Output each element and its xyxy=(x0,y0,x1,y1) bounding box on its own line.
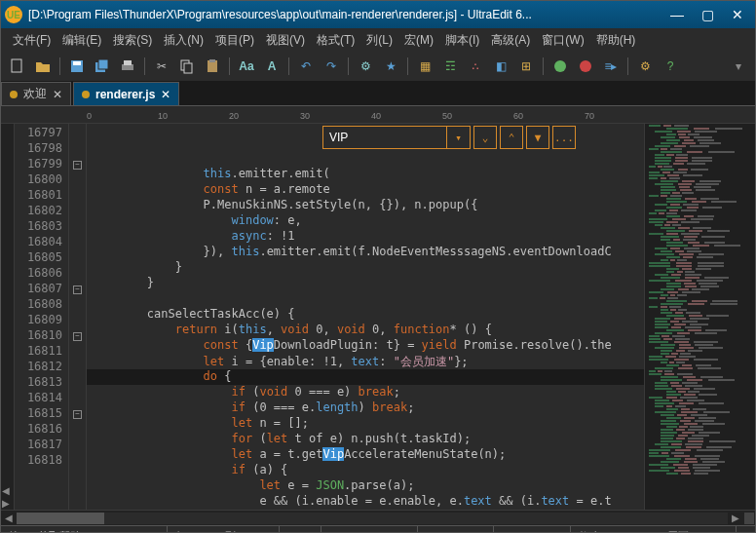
scroll-left-icon[interactable]: ◀ xyxy=(1,484,14,497)
menu-item[interactable]: 帮助(H) xyxy=(590,30,642,51)
search-input[interactable] xyxy=(322,126,447,149)
search-prev-icon[interactable]: ⌃ xyxy=(500,126,523,149)
open-file-icon[interactable] xyxy=(32,56,54,77)
undo-icon[interactable]: ↶ xyxy=(295,56,317,77)
tab-renderer[interactable]: renderer.js ✕ xyxy=(73,82,179,105)
search-dropdown-icon[interactable]: ▾ xyxy=(447,126,471,149)
code-line[interactable] xyxy=(87,291,644,307)
code-area[interactable]: ▾ ⌄ ⌃ ▼ ... this.emitter.emit( const n =… xyxy=(87,124,644,510)
code-line[interactable]: let a = t.getVipAccelerateMenuState(n); xyxy=(87,447,644,463)
search-filter-icon[interactable]: ▼ xyxy=(526,126,549,149)
tab-close-icon[interactable]: ✕ xyxy=(161,88,170,101)
titlebar: UE [D:\Program Files\ThunderX\Program\re… xyxy=(1,1,755,28)
code-line[interactable]: for (let t of e) n.push(t.taskId); xyxy=(87,432,644,447)
menu-item[interactable]: 搜索(S) xyxy=(107,30,158,51)
fold-marker xyxy=(69,126,86,141)
toggle-a-icon[interactable]: Aa xyxy=(236,56,257,77)
search-next-icon[interactable]: ⌄ xyxy=(473,126,497,149)
save-icon[interactable] xyxy=(66,56,88,77)
code-line[interactable]: const {VipDownloadPlugin: t} = yield Pro… xyxy=(87,338,644,354)
fold-marker[interactable]: − xyxy=(69,282,86,297)
play-icon[interactable]: ≡▸ xyxy=(600,56,622,77)
paste-icon[interactable] xyxy=(202,56,223,77)
menu-item[interactable]: 列(L) xyxy=(360,30,398,51)
code-line[interactable]: P.MenuSkinNS.setStyle(n, {}), n.popup({ xyxy=(87,198,644,213)
scroll-left-icon[interactable]: ◀ xyxy=(1,513,17,523)
code-line[interactable]: let n = []; xyxy=(87,416,644,432)
tool-1-icon[interactable]: ▦ xyxy=(414,56,435,77)
new-file-icon[interactable] xyxy=(7,56,28,77)
cut-icon[interactable]: ✂ xyxy=(151,56,172,77)
tab-close-icon[interactable]: ✕ xyxy=(53,88,62,101)
toggle-b-icon[interactable]: A xyxy=(261,56,283,77)
record-icon[interactable] xyxy=(575,56,596,77)
code-line[interactable]: } xyxy=(87,276,644,291)
scroll-thumb[interactable] xyxy=(17,513,104,524)
code-line[interactable]: if (a) { xyxy=(87,463,644,478)
search-more-icon[interactable]: ... xyxy=(552,126,576,149)
menu-item[interactable]: 视图(V) xyxy=(260,30,311,51)
menu-item[interactable]: 窗口(W) xyxy=(536,30,589,51)
bookmark-icon[interactable]: ★ xyxy=(380,56,401,77)
fold-marker[interactable]: − xyxy=(69,157,86,172)
config-icon[interactable]: ⚙ xyxy=(355,56,376,77)
status-resize-grip[interactable]: ⋰ xyxy=(737,526,755,533)
menu-item[interactable]: 脚本(I) xyxy=(439,30,485,51)
code-line[interactable]: canSelectTaskAcc(e) { xyxy=(87,307,644,323)
tool-4-icon[interactable]: ◧ xyxy=(490,56,511,77)
code-line[interactable]: window: e, xyxy=(87,213,644,229)
tool-3-icon[interactable]: ⛬ xyxy=(465,56,486,77)
print-icon[interactable] xyxy=(117,56,138,77)
menu-item[interactable]: 宏(M) xyxy=(398,30,439,51)
fold-marker[interactable]: − xyxy=(69,328,86,344)
scroll-right-icon[interactable]: ▶ xyxy=(1,497,14,510)
maximize-button[interactable]: ▢ xyxy=(701,7,714,22)
redo-icon[interactable]: ↷ xyxy=(321,56,342,77)
code-line[interactable]: async: !1 xyxy=(87,229,644,245)
fold-marker xyxy=(69,188,86,204)
line-number: 16816 xyxy=(15,422,68,438)
status-eol[interactable]: UNIX xyxy=(280,526,321,533)
run-icon[interactable] xyxy=(549,56,571,77)
menu-item[interactable]: 项目(P) xyxy=(209,30,260,51)
code-line[interactable]: let i = {enable: !1, text: "会员加速"}; xyxy=(87,354,644,369)
code-line[interactable]: if (0 === e.length) break; xyxy=(87,400,644,416)
code-line[interactable]: }), this.emitter.emit(f.NodeEventMesssag… xyxy=(87,245,644,260)
code-line[interactable]: e && (i.enable = e.enable, e.text && (i.… xyxy=(87,494,644,510)
tab-welcome[interactable]: 欢迎 ✕ xyxy=(1,82,71,105)
status-encoding[interactable]: 65001 (UTF-8)▼ xyxy=(321,526,418,533)
code-line[interactable]: this.emitter.emit( xyxy=(87,167,644,182)
status-help: 按 F1 获取帮助 xyxy=(1,526,168,533)
code-line[interactable]: return i(this, void 0, void 0, function*… xyxy=(87,323,644,338)
toolbar-overflow-icon[interactable]: ▾ xyxy=(728,56,749,77)
code-line[interactable]: } xyxy=(87,260,644,276)
tool-5-icon[interactable]: ⊞ xyxy=(515,56,537,77)
code-line[interactable]: let e = JSON.parse(a); xyxy=(87,478,644,494)
svg-rect-6 xyxy=(124,60,132,65)
prefs-icon[interactable]: ⚙ xyxy=(634,56,656,77)
hscrollbar[interactable]: ◀ ▶ xyxy=(1,510,755,525)
svg-rect-4 xyxy=(98,59,108,69)
code-line[interactable]: if (void 0 === e) break; xyxy=(87,385,644,400)
fold-marker[interactable]: − xyxy=(69,406,86,422)
tabbar: 欢迎 ✕ renderer.js ✕ xyxy=(1,81,755,106)
minimap[interactable] xyxy=(644,124,755,510)
copy-icon[interactable] xyxy=(176,56,198,77)
scroll-track[interactable] xyxy=(17,513,728,524)
menu-item[interactable]: 插入(N) xyxy=(158,30,209,51)
menu-item[interactable]: 文件(F) xyxy=(7,30,57,51)
menu-item[interactable]: 格式(T) xyxy=(311,30,360,51)
save-all-icon[interactable] xyxy=(92,56,113,77)
close-button[interactable]: ✕ xyxy=(732,7,743,22)
tool-2-icon[interactable]: ☶ xyxy=(439,56,461,77)
menu-item[interactable]: 高级(A) xyxy=(485,30,536,51)
scroll-right-icon[interactable]: ▶ xyxy=(728,513,743,523)
menu-item[interactable]: 编辑(E) xyxy=(57,30,107,51)
code-line[interactable]: const n = a.remote xyxy=(87,182,644,198)
splitter[interactable] xyxy=(744,513,754,524)
code-line[interactable]: do { xyxy=(87,369,644,385)
help-icon[interactable]: ? xyxy=(660,56,681,77)
minimize-button[interactable]: — xyxy=(670,7,684,22)
status-lang[interactable]: JavaScript▼ xyxy=(418,526,494,533)
status-pos: 行 16810, 列 21, C0 xyxy=(168,526,279,533)
